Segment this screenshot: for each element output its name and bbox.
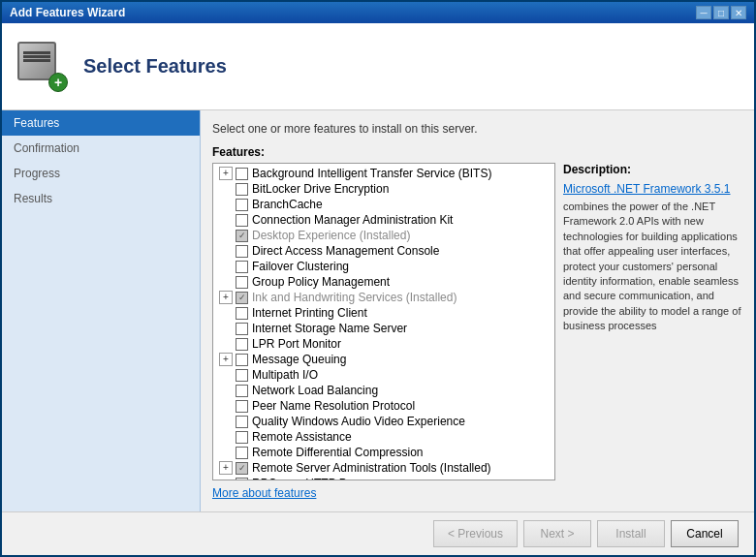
feature-label: Network Load Balancing	[252, 384, 378, 397]
main-panel: Select one or more features to install o…	[201, 110, 754, 511]
feature-label: Peer Name Resolution Protocol	[252, 399, 415, 413]
checkbox[interactable]	[236, 354, 248, 366]
feature-label: Failover Clustering	[252, 260, 349, 273]
expand-icon[interactable]: +	[219, 291, 233, 304]
checkbox[interactable]	[236, 261, 248, 273]
feature-list-wrap[interactable]: + Background Intelligent Transfer Servic…	[212, 163, 555, 480]
list-item[interactable]: BranchCache	[215, 197, 552, 212]
feature-label: Internet Printing Client	[252, 306, 367, 320]
feature-label: BranchCache	[252, 198, 323, 211]
checkbox[interactable]	[236, 199, 248, 211]
description-link[interactable]: Microsoft .NET Framework 3.5.1	[563, 182, 731, 196]
checkbox[interactable]	[236, 338, 248, 351]
install-button[interactable]: Install	[597, 520, 665, 547]
list-item[interactable]: Quality Windows Audio Video Experience	[215, 414, 552, 429]
sidebar-item-progress[interactable]: Progress	[2, 161, 200, 186]
checkbox[interactable]: ✓	[236, 292, 248, 304]
feature-list: + Background Intelligent Transfer Servic…	[213, 164, 554, 480]
expand-icon[interactable]: +	[219, 353, 233, 366]
list-item[interactable]: BitLocker Drive Encryption	[215, 181, 552, 197]
main-description: Select one or more features to install o…	[212, 122, 742, 136]
expand-placeholder	[219, 213, 233, 227]
expand-placeholder	[219, 399, 233, 413]
list-item[interactable]: + ✓ Remote Server Administration Tools (…	[215, 460, 552, 476]
list-item[interactable]: + Message Queuing	[215, 352, 552, 367]
checkbox[interactable]	[236, 369, 248, 382]
sidebar-item-results[interactable]: Results	[2, 186, 200, 211]
checkbox[interactable]: ✓	[236, 462, 248, 475]
feature-label: Multipath I/O	[252, 368, 318, 382]
cancel-button[interactable]: Cancel	[671, 520, 739, 547]
feature-label: Group Policy Management	[252, 275, 390, 289]
expand-placeholder	[219, 430, 233, 444]
checkbox[interactable]	[236, 447, 248, 459]
feature-label: Direct Access Management Console	[252, 244, 439, 258]
checkbox[interactable]	[236, 245, 248, 258]
checkbox[interactable]	[236, 307, 248, 320]
description-panel: Description: Microsoft .NET Framework 3.…	[563, 163, 742, 480]
sidebar: Features Confirmation Progress Results	[2, 110, 201, 511]
list-item[interactable]: LPR Port Monitor	[215, 336, 552, 352]
list-item[interactable]: RPC over HTTP Proxy	[215, 476, 552, 480]
list-item[interactable]: Group Policy Management	[215, 274, 552, 290]
list-item[interactable]: + ✓ Ink and Handwriting Services (Instal…	[215, 290, 552, 305]
expand-placeholder	[219, 322, 233, 335]
list-item[interactable]: Multipath I/O	[215, 367, 552, 383]
expand-placeholder	[219, 477, 233, 480]
feature-label: Message Queuing	[252, 353, 346, 366]
window: Add Features Wizard ─ □ ✕ + Select Featu…	[0, 0, 756, 557]
list-item[interactable]: Peer Name Resolution Protocol	[215, 398, 552, 414]
list-item[interactable]: Internet Storage Name Server	[215, 321, 552, 336]
expand-placeholder	[219, 198, 233, 211]
more-about-features-link[interactable]: More about features	[212, 486, 316, 500]
window-title: Add Features Wizard	[10, 6, 125, 19]
title-bar-left: Add Features Wizard	[10, 6, 125, 19]
expand-placeholder	[219, 368, 233, 382]
footer: < Previous Next > Install Cancel	[2, 511, 754, 555]
expand-icon[interactable]: +	[219, 461, 233, 475]
expand-placeholder	[219, 306, 233, 320]
checkbox[interactable]: ✓	[236, 230, 248, 242]
list-item[interactable]: Network Load Balancing	[215, 383, 552, 398]
expand-placeholder	[219, 384, 233, 397]
list-item[interactable]: Remote Assistance	[215, 429, 552, 445]
close-button[interactable]: ✕	[731, 6, 746, 19]
checkbox[interactable]	[236, 214, 248, 227]
sidebar-item-features[interactable]: Features	[2, 110, 200, 136]
checkbox[interactable]	[236, 385, 248, 397]
description-text: combines the power of the .NET Framework…	[563, 200, 742, 334]
features-label: Features:	[212, 145, 742, 159]
previous-button[interactable]: < Previous	[433, 520, 518, 547]
list-item[interactable]: + Background Intelligent Transfer Servic…	[215, 166, 552, 181]
description-title: Description:	[563, 163, 742, 176]
list-item[interactable]: Connection Manager Administration Kit	[215, 212, 552, 228]
list-item[interactable]: ✓ Desktop Experience (Installed)	[215, 228, 552, 243]
content: Features Confirmation Progress Results S…	[2, 110, 754, 511]
checkbox[interactable]	[236, 416, 248, 428]
feature-label: LPR Port Monitor	[252, 337, 341, 351]
expand-icon[interactable]: +	[219, 167, 233, 180]
checkbox[interactable]	[236, 168, 248, 180]
list-item[interactable]: Remote Differential Compression	[215, 445, 552, 460]
maximize-button[interactable]: □	[713, 6, 729, 19]
list-item[interactable]: Internet Printing Client	[215, 305, 552, 321]
checkbox[interactable]	[236, 183, 248, 196]
expand-placeholder	[219, 446, 233, 459]
title-bar-controls: ─ □ ✕	[696, 6, 746, 19]
checkbox[interactable]	[236, 478, 248, 481]
minimize-button[interactable]: ─	[696, 6, 711, 19]
checkbox[interactable]	[236, 431, 248, 444]
list-item[interactable]: Direct Access Management Console	[215, 243, 552, 259]
next-button[interactable]: Next >	[523, 520, 591, 547]
checkbox[interactable]	[236, 323, 248, 335]
feature-label: Remote Differential Compression	[252, 446, 424, 459]
list-item[interactable]: Failover Clustering	[215, 259, 552, 274]
feature-label: Remote Assistance	[252, 430, 352, 444]
expand-placeholder	[219, 337, 233, 351]
checkbox[interactable]	[236, 276, 248, 289]
feature-label: Internet Storage Name Server	[252, 322, 407, 335]
feature-label: RPC over HTTP Proxy	[252, 477, 368, 480]
expand-placeholder	[219, 182, 233, 196]
checkbox[interactable]	[236, 400, 248, 413]
sidebar-item-confirmation[interactable]: Confirmation	[2, 136, 200, 161]
